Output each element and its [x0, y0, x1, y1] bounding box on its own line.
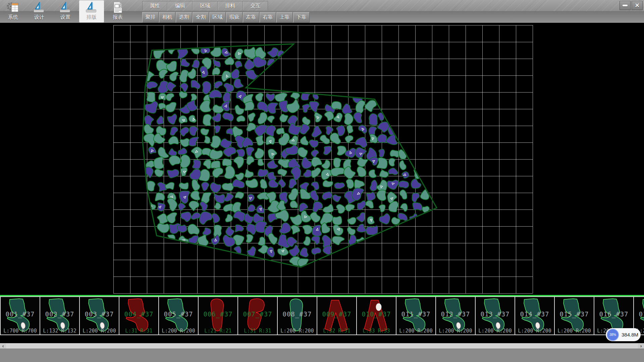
- part-id-label: 004_#37: [119, 310, 158, 318]
- part-id-label: 010_#37: [357, 310, 396, 318]
- part-thumbnail[interactable]: 002_#37L:132 R:132: [40, 297, 80, 335]
- part-lr-count: L:32 R:31: [317, 328, 356, 334]
- strip-gap: [0, 335, 644, 343]
- part-lr-count: L:200 R:200: [80, 328, 119, 334]
- part-thumbnail[interactable]: 001_#37L:700 R:700: [1, 297, 40, 335]
- app-button-layout[interactable]: 排版: [79, 0, 104, 22]
- action-cluster-nest[interactable]: 聚排: [142, 12, 159, 22]
- part-id-label: 003_#37: [80, 310, 119, 318]
- memory-badge: 38% 384.8M: [606, 328, 641, 341]
- app-button-label: 系统: [8, 14, 18, 20]
- part-id-label: 005_#37: [159, 310, 198, 318]
- part-thumbnail[interactable]: 011_#37L:200 R:200: [396, 297, 436, 335]
- part-thumbnail[interactable]: 004_#37L:31 R:31: [119, 297, 159, 335]
- part-thumbnail[interactable]: 012_#37L:200 R:200: [436, 297, 476, 335]
- menu-bar: 属性 编辑 区域 排料 交互: [142, 1, 268, 10]
- part-id-label: 012_#37: [436, 310, 475, 318]
- menu-tab-edit[interactable]: 编辑: [167, 1, 193, 10]
- part-thumbnail[interactable]: 015_#37L:200 R:200: [555, 297, 594, 335]
- part-id-label: 007_#37: [238, 310, 277, 318]
- action-align-top[interactable]: 上靠: [276, 12, 293, 22]
- part-thumbnail[interactable]: 010_#37L:33 R:33: [357, 297, 396, 335]
- app-button-settings[interactable]: 设置: [53, 0, 78, 22]
- part-id-label: 009_#37: [317, 310, 356, 318]
- menu-tab-nesting[interactable]: 排料: [218, 1, 243, 10]
- action-align-bottom[interactable]: 下靠: [293, 12, 310, 22]
- action-cut-all[interactable]: 全割: [193, 12, 209, 22]
- menu-tab-properties[interactable]: 属性: [143, 1, 167, 10]
- menu-tab-interact[interactable]: 交互: [243, 1, 268, 10]
- progress-circle: 38%: [607, 329, 619, 341]
- app-button-label: 排版: [87, 14, 97, 20]
- part-lr-count: L:31 R:31: [238, 328, 277, 334]
- action-align-right[interactable]: 右靠: [260, 12, 276, 22]
- report-doc-icon: [111, 1, 124, 14]
- part-lr-count: L:200 R:200: [436, 328, 475, 334]
- set-square-icon: [33, 1, 46, 14]
- part-id-label: 008_#37: [278, 310, 317, 318]
- part-lr-count: L:200 R:200: [476, 328, 515, 334]
- part-thumbnail[interactable]: 009_#37L:32 R:31: [317, 297, 357, 335]
- workspace: [0, 23, 644, 295]
- part-thumbnail[interactable]: 013_#37L:200 R:200: [476, 297, 515, 335]
- set-square-icon: [85, 1, 98, 14]
- part-lr-count: L:132 R:132: [40, 328, 79, 334]
- menu-tab-region[interactable]: 区域: [193, 1, 218, 10]
- window-controls: ✕: [620, 1, 643, 10]
- part-lr-count: L:200 R:200: [159, 328, 198, 334]
- chevron-left-icon[interactable]: ‹: [0, 344, 6, 349]
- app-button-design[interactable]: 设计: [27, 0, 52, 22]
- action-camera[interactable]: 相机: [159, 12, 175, 22]
- close-icon: ✕: [635, 3, 639, 8]
- part-thumbnail[interactable]: 005_#37L:200 R:200: [159, 297, 199, 335]
- part-id-label: 014_#37: [515, 310, 554, 318]
- part-id-label: 016_#37: [594, 310, 633, 318]
- part-id-label: 017_#37: [634, 310, 644, 318]
- main-toolbar: 系统 设计 设置: [0, 0, 142, 23]
- part-lr-count: L:21 R:21: [199, 328, 237, 334]
- part-lr-count: L:700 R:700: [1, 328, 40, 334]
- part-thumbnail[interactable]: 006_#37L:21 R:21: [199, 297, 238, 335]
- part-thumbnail[interactable]: 007_#37L:31 R:31: [238, 297, 278, 335]
- app-button-system[interactable]: 系统: [1, 0, 25, 22]
- part-id-label: 011_#37: [396, 310, 435, 318]
- app-button-label: 报表: [113, 14, 123, 20]
- action-region[interactable]: 区域: [209, 12, 226, 22]
- close-button[interactable]: ✕: [632, 1, 643, 10]
- parts-strip: 001_#37L:700 R:700002_#37L:132 R:132003_…: [0, 295, 644, 337]
- part-lr-count: L:200 R:200: [515, 328, 554, 334]
- part-id-label: 006_#37: [199, 310, 237, 318]
- action-align-left[interactable]: 左靠: [243, 12, 259, 22]
- action-defect[interactable]: 瑕疵: [226, 12, 243, 22]
- part-id-label: 015_#37: [555, 310, 594, 318]
- nesting-canvas[interactable]: [0, 23, 644, 295]
- part-thumbnail[interactable]: 003_#37L:200 R:200: [80, 297, 119, 335]
- application-window: 系统 设计 设置: [0, 0, 644, 362]
- app-button-label: 设计: [34, 14, 44, 20]
- chevron-right-icon[interactable]: ›: [638, 344, 644, 349]
- gear-table-icon: [7, 1, 19, 14]
- app-button-label: 设置: [60, 14, 70, 20]
- bottom-bar: [0, 349, 644, 362]
- part-id-label: 013_#37: [476, 310, 515, 318]
- minimize-icon: [623, 5, 628, 6]
- minimize-button[interactable]: [620, 1, 631, 10]
- part-lr-count: L:200 R:200: [555, 328, 594, 334]
- part-lr-count: L:200 R:200: [396, 328, 435, 334]
- memory-value: 384.8M: [622, 332, 638, 338]
- set-square-icon: [59, 1, 72, 14]
- part-thumbnail[interactable]: 014_#37L:200 R:200: [515, 297, 555, 335]
- part-thumbnail-list: 001_#37L:700 R:700002_#37L:132 R:132003_…: [0, 296, 644, 335]
- part-id-label: 002_#37: [40, 310, 79, 318]
- horizontal-scrollbar[interactable]: ‹ ›: [0, 343, 644, 349]
- part-lr-count: L:33 R:33: [357, 328, 396, 334]
- part-lr-count: L:31 R:31: [119, 328, 158, 334]
- part-id-label: 001_#37: [1, 310, 40, 318]
- action-toolbar: 聚排 相机 选割 全割 区域 瑕疵 左靠 右靠 上靠 下靠: [142, 12, 310, 22]
- action-select-cut[interactable]: 选割: [176, 12, 192, 22]
- part-thumbnail[interactable]: 008_#37L:200 R:200: [278, 297, 317, 335]
- part-lr-count: L:200 R:200: [278, 328, 317, 334]
- app-button-report[interactable]: 报表: [105, 0, 130, 22]
